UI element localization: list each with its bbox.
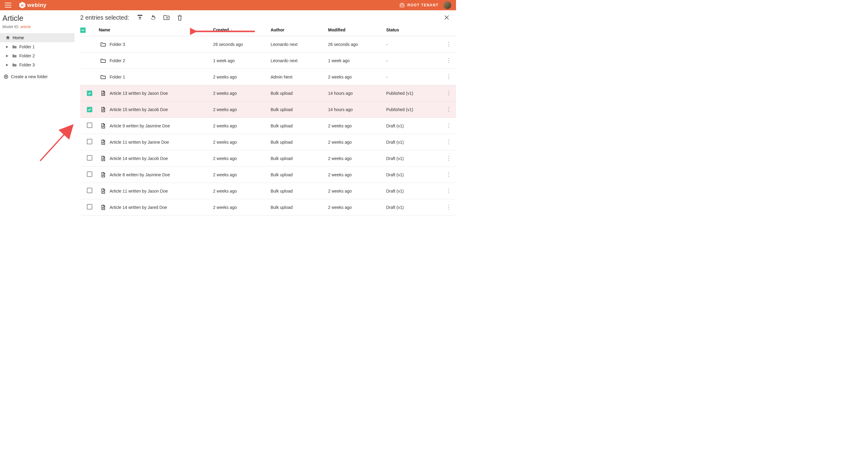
row-modified: 1 week ago xyxy=(328,53,386,69)
row-checkbox[interactable] xyxy=(87,90,92,96)
row-status: Draft (v1) xyxy=(386,199,441,216)
row-created: 2 weeks ago xyxy=(213,150,271,167)
row-modified: 2 weeks ago xyxy=(328,69,386,85)
row-created: 2 weeks ago xyxy=(213,102,271,118)
avatar[interactable] xyxy=(443,1,451,9)
row-menu-icon[interactable]: ⋮ xyxy=(446,90,452,96)
row-checkbox[interactable] xyxy=(87,155,92,161)
column-created[interactable]: Created↓ xyxy=(213,25,271,36)
table-row[interactable]: Article 13 written by Jason Doe 2 weeks … xyxy=(80,85,456,102)
row-checkbox[interactable] xyxy=(87,188,92,193)
sidebar-home[interactable]: Home xyxy=(0,33,74,42)
delete-icon[interactable] xyxy=(176,14,183,21)
document-icon xyxy=(100,90,106,96)
close-icon[interactable] xyxy=(443,14,450,21)
row-menu-icon[interactable]: ⋮ xyxy=(446,74,452,80)
document-icon xyxy=(100,188,106,194)
row-menu-icon[interactable]: ⋮ xyxy=(446,139,452,145)
select-all-checkbox[interactable] xyxy=(80,27,86,33)
column-author[interactable]: Author xyxy=(271,25,328,36)
row-author: Bulk upload xyxy=(271,150,328,167)
row-created: 2 weeks ago xyxy=(213,199,271,216)
chevron-right-icon[interactable]: ▶ xyxy=(6,63,10,66)
row-created: 2 weeks ago xyxy=(213,183,271,199)
chevron-right-icon[interactable]: ▶ xyxy=(6,45,10,48)
row-menu-icon[interactable]: ⋮ xyxy=(446,204,452,210)
table-row[interactable]: Article 11 written by Jason Doe 2 weeks … xyxy=(80,183,456,199)
table-row[interactable]: Article 14 written by Jared Doe 2 weeks … xyxy=(80,199,456,216)
folder-icon xyxy=(12,45,17,49)
sort-desc-icon: ↓ xyxy=(231,28,232,32)
row-name: Folder 1 xyxy=(110,75,125,79)
row-status: Draft (v1) xyxy=(386,134,441,150)
folder-outline-icon xyxy=(100,42,106,47)
sidebar-folder[interactable]: ▶ Folder 2 xyxy=(0,51,74,60)
folder-outline-icon xyxy=(100,74,106,80)
table-row[interactable]: Folder 2 1 week ago Leonardo next 1 week… xyxy=(80,53,456,69)
row-author: Bulk upload xyxy=(271,167,328,183)
publish-icon[interactable] xyxy=(136,14,144,21)
row-checkbox[interactable] xyxy=(87,171,92,177)
table-row[interactable]: Folder 3 26 seconds ago Leonardo next 26… xyxy=(80,36,456,53)
row-name: Article 8 written by Jasmine Doe xyxy=(110,172,170,177)
brand-logo[interactable]: w webiny xyxy=(19,2,46,8)
main-content: 2 entries selected: Name Created↓ Author… xyxy=(75,10,456,240)
sidebar-folder[interactable]: ▶ Folder 3 xyxy=(0,60,74,69)
create-folder-button[interactable]: Create a new folder xyxy=(0,72,74,79)
row-checkbox[interactable] xyxy=(87,122,92,128)
row-modified: 26 seconds ago xyxy=(328,36,386,53)
row-menu-icon[interactable]: ⋮ xyxy=(446,188,452,194)
row-menu-icon[interactable]: ⋮ xyxy=(446,122,452,128)
row-checkbox[interactable] xyxy=(87,204,92,209)
table-row[interactable]: Folder 1 2 weeks ago Admin Next 2 weeks … xyxy=(80,69,456,85)
menu-icon[interactable] xyxy=(5,3,11,7)
tenant-switcher[interactable]: ROOT TENANT xyxy=(400,3,438,7)
svg-text:w: w xyxy=(21,3,24,7)
selection-bar: 2 entries selected: xyxy=(80,10,456,25)
table-row[interactable]: Article 15 written by Jacob Doe 2 weeks … xyxy=(80,102,456,118)
sidebar: Article Model ID: article Home ▶ Folder … xyxy=(0,10,75,240)
row-menu-icon[interactable]: ⋮ xyxy=(446,57,452,63)
column-name[interactable]: Name xyxy=(99,25,213,36)
table-row[interactable]: Article 11 written by Janine Doe 2 weeks… xyxy=(80,134,456,150)
chevron-right-icon[interactable]: ▶ xyxy=(6,54,10,57)
row-checkbox[interactable] xyxy=(87,139,92,144)
row-status: Published (v1) xyxy=(386,85,441,102)
row-status: Draft (v1) xyxy=(386,118,441,134)
move-to-folder-icon[interactable] xyxy=(163,14,170,21)
row-author: Admin Next xyxy=(271,69,328,85)
row-name: Article 11 written by Janine Doe xyxy=(110,140,169,145)
row-menu-icon[interactable]: ⋮ xyxy=(446,155,452,161)
row-name: Article 11 written by Jason Doe xyxy=(110,189,168,194)
row-menu-icon[interactable]: ⋮ xyxy=(446,41,452,47)
row-author: Leonardo next xyxy=(271,36,328,53)
row-modified: 2 weeks ago xyxy=(328,134,386,150)
row-status: - xyxy=(386,36,441,53)
restore-icon[interactable] xyxy=(150,14,157,21)
row-name: Folder 2 xyxy=(110,58,125,63)
column-status[interactable]: Status xyxy=(386,25,441,36)
row-created: 2 weeks ago xyxy=(213,118,271,134)
row-status: Draft (v1) xyxy=(386,183,441,199)
row-created: 1 week ago xyxy=(213,53,271,69)
tenant-label: ROOT TENANT xyxy=(407,3,438,7)
row-checkbox[interactable] xyxy=(87,107,92,112)
row-status: Published (v1) xyxy=(386,102,441,118)
entries-table: Name Created↓ Author Modified Status Fol… xyxy=(80,25,456,216)
topbar: w webiny ROOT TENANT xyxy=(0,0,456,10)
table-row[interactable]: Article 14 written by Jacob Doe 2 weeks … xyxy=(80,150,456,167)
document-icon xyxy=(100,107,106,112)
document-icon xyxy=(100,205,106,210)
row-created: 26 seconds ago xyxy=(213,36,271,53)
table-row[interactable]: Article 8 written by Jasmine Doe 2 weeks… xyxy=(80,167,456,183)
row-menu-icon[interactable]: ⋮ xyxy=(446,171,452,177)
row-author: Leonardo next xyxy=(271,53,328,69)
plus-circle-icon xyxy=(4,74,8,79)
row-menu-icon[interactable]: ⋮ xyxy=(446,106,452,112)
row-name: Article 13 written by Jason Doe xyxy=(110,91,168,96)
document-icon xyxy=(100,139,106,145)
sidebar-folder[interactable]: ▶ Folder 1 xyxy=(0,42,74,51)
column-modified[interactable]: Modified xyxy=(328,25,386,36)
model-id-value[interactable]: article xyxy=(20,24,31,29)
table-row[interactable]: Article 9 written by Jasmine Doe 2 weeks… xyxy=(80,118,456,134)
